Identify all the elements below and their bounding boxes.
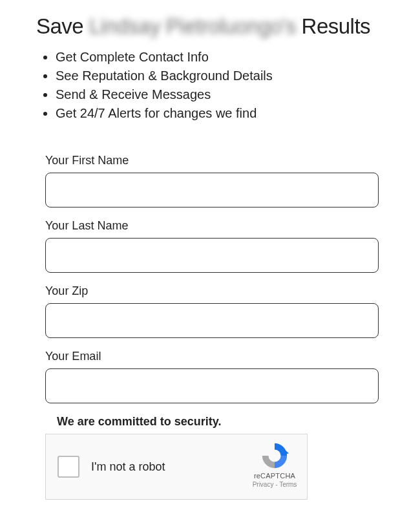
title-suffix: Results bbox=[302, 14, 371, 38]
zip-input[interactable] bbox=[45, 303, 379, 338]
first-name-field: Your First Name bbox=[45, 154, 379, 207]
last-name-input[interactable] bbox=[45, 238, 379, 273]
signup-form: Your First Name Your Last Name Your Zip … bbox=[45, 154, 379, 500]
recaptcha-links: Privacy - Terms bbox=[251, 481, 298, 488]
zip-label: Your Zip bbox=[45, 284, 379, 298]
recaptcha-label: I'm not a robot bbox=[91, 460, 165, 474]
recaptcha-brand-text: reCAPTCHA bbox=[251, 472, 298, 480]
first-name-input[interactable] bbox=[45, 173, 379, 207]
title-name: Lindsay Pietroluongo's bbox=[89, 14, 296, 38]
benefit-item: Get 24/7 Alerts for changes we find bbox=[56, 104, 402, 123]
recaptcha-brand-block: reCAPTCHA Privacy - Terms bbox=[251, 441, 298, 488]
benefit-item: Send & Receive Messages bbox=[56, 85, 402, 104]
recaptcha-privacy-link[interactable]: Privacy bbox=[253, 481, 274, 488]
recaptcha-checkbox[interactable] bbox=[58, 456, 79, 478]
recaptcha-widget: I'm not a robot reCAPTCHA Privacy - Term… bbox=[45, 434, 308, 500]
security-note: We are committed to security. bbox=[57, 415, 379, 429]
title-prefix: Save bbox=[36, 14, 83, 38]
zip-field: Your Zip bbox=[45, 284, 379, 338]
first-name-label: Your First Name bbox=[45, 154, 379, 167]
email-label: Your Email bbox=[45, 350, 379, 363]
email-input[interactable] bbox=[45, 368, 379, 403]
page-title: Save Lindsay Pietroluongo's Results bbox=[36, 14, 402, 39]
email-field: Your Email bbox=[45, 350, 379, 403]
last-name-label: Your Last Name bbox=[45, 219, 379, 233]
last-name-field: Your Last Name bbox=[45, 219, 379, 273]
recaptcha-icon bbox=[260, 441, 289, 471]
benefit-list: Get Complete Contact Info See Reputation… bbox=[56, 48, 402, 123]
benefit-item: See Reputation & Background Details bbox=[56, 67, 402, 85]
benefit-item: Get Complete Contact Info bbox=[56, 48, 402, 67]
recaptcha-terms-link[interactable]: Terms bbox=[279, 481, 297, 488]
